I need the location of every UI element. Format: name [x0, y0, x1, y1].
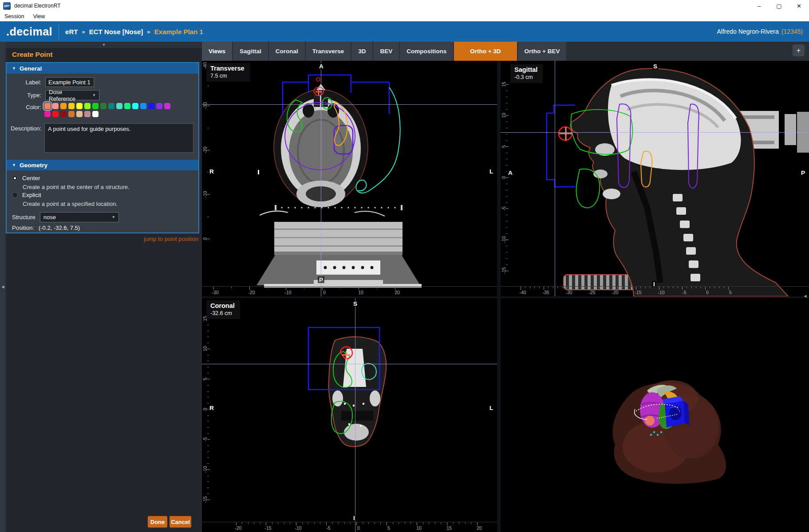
- color-swatch[interactable]: [44, 103, 51, 109]
- viewport-sagittal[interactable]: 151050-5-10-15 -40-35-30-25-20-15-10-505…: [501, 61, 809, 296]
- orientation-marker-left: L: [488, 168, 494, 175]
- orientation-marker-inferior: I: [652, 281, 656, 288]
- axis-tick-label: -20: [202, 144, 208, 156]
- viewport-3d[interactable]: [501, 298, 809, 532]
- explicit-radio[interactable]: [12, 192, 18, 198]
- tab-sagittal[interactable]: Sagittal: [233, 42, 268, 61]
- color-swatch[interactable]: [108, 103, 114, 109]
- user-id: (12345): [781, 28, 803, 35]
- viewport-slice-position: -0.3 cm: [514, 74, 537, 80]
- panel-collapse-right-icon[interactable]: ◄: [803, 293, 808, 299]
- tab-compositions[interactable]: Compositions: [400, 42, 453, 61]
- axis-tick-label: -30: [562, 290, 576, 295]
- tab-bev[interactable]: BEV: [373, 42, 399, 61]
- center-radio-label: Center: [22, 175, 40, 181]
- transverse-vertical-axis: -40-30-20-100: [202, 61, 213, 296]
- tab-coronal[interactable]: Coronal: [269, 42, 305, 61]
- color-swatch[interactable]: [92, 111, 99, 117]
- color-swatch[interactable]: [44, 111, 51, 117]
- chevron-down-icon: ▼: [12, 163, 16, 167]
- label-input[interactable]: Example Point 1: [45, 77, 94, 87]
- orientation-marker-posterior: P: [318, 276, 324, 283]
- center-radio[interactable]: [12, 175, 18, 181]
- axis-tick-label: -15: [501, 264, 506, 277]
- axis-tick-label: -5: [678, 290, 691, 295]
- axis-tick-label: -25: [585, 290, 599, 295]
- axis-tick-label: -15: [631, 290, 645, 295]
- coronal-ct-image: [202, 298, 497, 532]
- color-swatch[interactable]: [52, 103, 59, 109]
- color-swatch[interactable]: [76, 103, 83, 109]
- color-swatch[interactable]: [52, 111, 59, 117]
- jump-to-point-link[interactable]: jump to point position: [144, 236, 198, 242]
- orientation-marker-inferior: I: [352, 515, 356, 521]
- tab-transverse[interactable]: Transverse: [306, 42, 351, 61]
- chevron-down-icon: ▼: [12, 66, 16, 71]
- tab-ortho-3d[interactable]: Ortho + 3D: [454, 42, 517, 61]
- axis-tick-label: -40: [516, 290, 529, 295]
- axis-tick-label: -5: [322, 525, 335, 531]
- color-swatch[interactable]: [124, 103, 130, 109]
- color-swatch[interactable]: [68, 111, 75, 117]
- add-view-button[interactable]: +: [793, 44, 805, 56]
- close-icon[interactable]: ✕: [789, 0, 809, 12]
- geometry-section-header[interactable]: ▼ Geometry: [7, 160, 198, 170]
- axis-tick-label: 0: [352, 525, 365, 531]
- description-textarea[interactable]: A point used for guide purposes.: [44, 123, 193, 153]
- axis-tick-label: 20: [391, 290, 404, 295]
- axis-tick-label: 0: [202, 233, 208, 245]
- color-swatch[interactable]: [84, 103, 91, 109]
- cancel-button[interactable]: Cancel: [170, 516, 191, 528]
- color-swatch[interactable]: [68, 103, 75, 109]
- axis-tick-label: 10: [354, 290, 367, 295]
- color-swatch[interactable]: [148, 103, 154, 109]
- breadcrumb-plan[interactable]: Example Plan 1: [154, 28, 203, 35]
- tab-ortho-bev[interactable]: Ortho + BEV: [518, 42, 567, 61]
- done-button[interactable]: Done: [148, 516, 167, 528]
- viewport-slice-position: 7.5 cm: [210, 73, 245, 79]
- color-swatch[interactable]: [132, 103, 138, 109]
- color-swatch[interactable]: [116, 103, 122, 109]
- orientation-marker-posterior: P: [800, 169, 806, 176]
- position-caption: Position:: [12, 225, 34, 231]
- color-swatch[interactable]: [140, 103, 146, 109]
- color-swatch[interactable]: [164, 103, 170, 109]
- maximize-icon[interactable]: ▢: [769, 0, 789, 12]
- sagittal-vertical-axis: 151050-5-10-15: [501, 61, 512, 296]
- color-swatch[interactable]: [60, 111, 67, 117]
- orientation-marker-right: R: [208, 168, 215, 175]
- sagittal-horizontal-axis: -40-35-30-25-20-15-10-505: [501, 286, 809, 296]
- axis-tick-label: -15: [261, 525, 275, 531]
- breadcrumb-study[interactable]: ECT Nose [Nose]: [89, 28, 143, 35]
- tab-views[interactable]: Views: [202, 42, 232, 61]
- create-point-panel: ◄ ▼ Create Point ▼ General Label: Exampl…: [0, 42, 202, 532]
- color-swatch[interactable]: [84, 111, 91, 117]
- color-swatch[interactable]: [92, 103, 99, 109]
- description-caption: Description:: [7, 125, 41, 132]
- viewport-coronal[interactable]: 151050-5-10-15 -20-15-10-505101520 Coron…: [202, 298, 497, 532]
- explicit-radio-desc: Create a point at a specified location.: [23, 201, 118, 207]
- menu-session[interactable]: Session: [0, 13, 28, 20]
- sagittal-ct-image: [501, 61, 809, 296]
- tab-3d[interactable]: 3D: [351, 42, 372, 61]
- breadcrumb-root[interactable]: eRT: [65, 28, 78, 35]
- decimal-logo: .decimal: [0, 25, 59, 38]
- viewports-area: -40-30-20-100 -30-20-1001020 Transverse …: [202, 61, 809, 532]
- color-swatch[interactable]: [76, 111, 83, 117]
- panel-collapse-handle[interactable]: ▼: [6, 42, 202, 49]
- minimize-icon[interactable]: –: [749, 0, 769, 12]
- general-section-header[interactable]: ▼ General: [7, 63, 198, 74]
- menu-view[interactable]: View: [28, 13, 49, 20]
- color-swatch[interactable]: [100, 103, 107, 109]
- axis-tick-label: -10: [281, 290, 295, 295]
- axis-tick-label: -15: [202, 493, 208, 506]
- crosshair-horizontal: [501, 132, 809, 133]
- structure-dropdown[interactable]: nose ▼: [40, 212, 119, 222]
- color-swatch[interactable]: [156, 103, 162, 109]
- title-bar: eRT decimal ElectronRT – ▢ ✕: [0, 0, 809, 12]
- viewport-transverse[interactable]: -40-30-20-100 -30-20-1001020 Transverse …: [202, 61, 497, 296]
- axis-tick-label: 5: [724, 290, 737, 295]
- type-dropdown[interactable]: Dose Reference ▼: [45, 90, 99, 100]
- panel-collapse-left-icon[interactable]: ◄: [0, 284, 5, 289]
- color-swatch[interactable]: [60, 103, 67, 109]
